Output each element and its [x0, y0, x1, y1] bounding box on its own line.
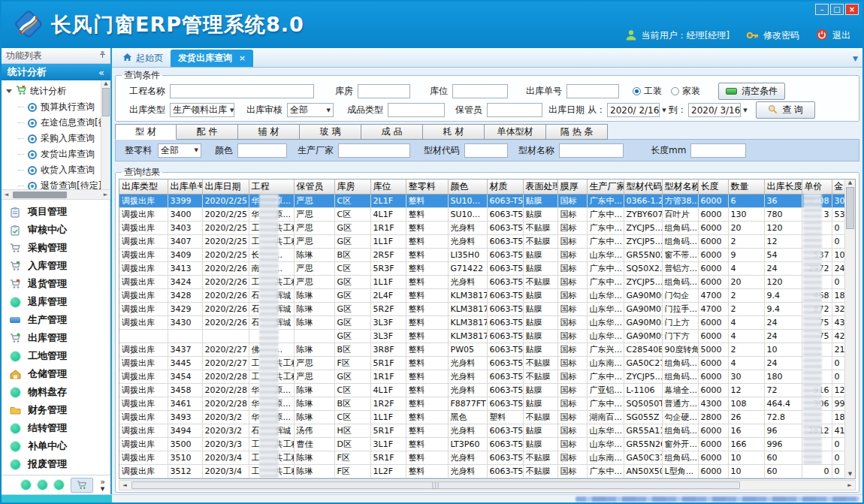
- material-tab[interactable]: 玻 璃: [300, 124, 361, 140]
- project-name-input[interactable]: [170, 84, 314, 98]
- table-row[interactable]: 调拨出库34582020/2/28华原...陈琳C区4L1F整料光身料6063-…: [119, 383, 844, 397]
- scroll-left-icon[interactable]: ◄: [2, 192, 11, 198]
- column-header[interactable]: 工程: [249, 180, 294, 194]
- sidebar-section-header[interactable]: 统计分析 «: [2, 64, 110, 80]
- tree-item[interactable]: 采购入库查询: [2, 131, 110, 146]
- vertical-scrollbar[interactable]: ▲▼: [844, 180, 855, 478]
- change-password-link[interactable]: 修改密码: [763, 29, 799, 42]
- tree-item[interactable]: 退货查询[待定]: [2, 178, 110, 190]
- column-header[interactable]: 出库类型: [119, 180, 168, 194]
- column-header[interactable]: 膜厚: [557, 180, 587, 194]
- sidebar-module[interactable]: 入库管理: [2, 257, 110, 275]
- document-tab[interactable]: 发货出库查询×: [171, 50, 253, 67]
- table-row[interactable]: 调拨出库33992020/2/25华原...严思C区2L1F整料SU10...6…: [119, 194, 844, 207]
- scroll-thumb[interactable]: |||: [131, 481, 740, 489]
- warehouse-input[interactable]: [358, 84, 410, 98]
- table-row[interactable]: 调拨出库34942020/3/2石辉城汤伟H区5R1F整料光身料6063-T5贴…: [119, 424, 844, 437]
- sidebar-module[interactable]: 生产管理: [2, 311, 110, 329]
- scroll-right-icon[interactable]: ►: [101, 192, 110, 198]
- column-header[interactable]: 颜色: [448, 180, 487, 194]
- chevron-down-icon[interactable]: ▼: [853, 55, 858, 62]
- column-header[interactable]: 库房: [334, 180, 370, 194]
- sidebar-module[interactable]: 项目管理: [2, 203, 110, 221]
- table-row[interactable]: 调拨出库34032020/2/25工共工程严思G区1R1F整料光身料6063-T…: [119, 221, 844, 234]
- column-header[interactable]: 数量: [728, 180, 764, 194]
- profile-code-input[interactable]: [464, 143, 508, 158]
- table-row[interactable]: 调拨出库35122020/3/4工共工程陈琳F区1L2F整料光身料6063-T5…: [119, 464, 844, 478]
- table-row[interactable]: 调拨出库35002020/3/3工共工程曹佳D区3L1F整料LT3P606063…: [119, 437, 844, 451]
- keeper-input[interactable]: [487, 103, 542, 117]
- logout-link[interactable]: 退出: [832, 29, 850, 42]
- length-input[interactable]: [690, 143, 746, 158]
- close-button[interactable]: ×: [845, 4, 859, 15]
- tab-close-icon[interactable]: ×: [239, 53, 246, 63]
- pin-icon[interactable]: [99, 50, 106, 61]
- sidebar-module[interactable]: 报废管理: [2, 455, 110, 473]
- table-row[interactable]: G区3L3F整料KLM38176063-T5贴膜国标山东华...GA90M09.…: [119, 329, 844, 343]
- material-tab[interactable]: 辅 材: [238, 124, 300, 140]
- tree-item[interactable]: 发货出库查询: [2, 146, 110, 162]
- column-header[interactable]: 金: [832, 180, 844, 194]
- column-header[interactable]: 材质: [487, 180, 523, 194]
- scroll-right-icon[interactable]: ►: [844, 482, 855, 488]
- sidebar-module[interactable]: 补单中心: [2, 437, 110, 455]
- date-to-picker[interactable]: 2020/ 3/16▼: [688, 103, 741, 117]
- column-header[interactable]: 表面处理: [523, 180, 557, 194]
- column-header[interactable]: 库位: [370, 180, 406, 194]
- sidebar-module[interactable]: 工地管理: [2, 347, 110, 365]
- table-row[interactable]: 调拨出库34072020/2/25工共工程严思G区1L1F整料光身料6063-T…: [119, 234, 844, 248]
- sidebar-module[interactable]: 审核中心: [2, 221, 110, 239]
- module-dot-icon[interactable]: [21, 480, 31, 490]
- sidebar-module[interactable]: 采购管理: [2, 239, 110, 257]
- module-dot-icon[interactable]: [54, 480, 64, 490]
- table-row[interactable]: 调拨出库35102020/3/4工共工程陈琳F区5R1F整料光身料6063-T5…: [119, 451, 844, 464]
- sidebar-module[interactable]: 仓储管理: [2, 365, 110, 383]
- date-from-picker[interactable]: 2020/ 2/16▼: [607, 103, 660, 117]
- product-type-input[interactable]: [388, 103, 445, 117]
- table-row[interactable]: 调拨出库34612020/2/28华原...陈琳B区1R2F整料F8877FT6…: [119, 397, 844, 410]
- table-row[interactable]: 调拨出库34302020/2/26石辉城陈琳G区3L3F整料KLM3817606…: [119, 315, 844, 329]
- location-input[interactable]: [452, 84, 508, 98]
- search-button[interactable]: 查 询: [756, 101, 815, 119]
- module-dot-icon[interactable]: [38, 480, 47, 490]
- table-row[interactable]: 调拨出库34292020/2/26石辉城陈琳G区5R2F整料KLM3817606…: [119, 302, 844, 315]
- sidebar-module[interactable]: 退货管理: [2, 275, 110, 293]
- table-row[interactable]: 调拨出库34242020/2/26工共工程严思G区1L1F整料光身料6063-T…: [119, 275, 844, 288]
- material-tab[interactable]: 配 件: [177, 124, 238, 140]
- table-row[interactable]: 调拨出库34932020/3/2华原...陈琳C区1L1F整料黑色塑料不贴膜国标…: [119, 410, 844, 424]
- sidebar-module[interactable]: 物料盘存: [2, 383, 110, 401]
- profile-name-input[interactable]: [559, 143, 624, 158]
- expander-icon[interactable]: [6, 89, 12, 93]
- column-header[interactable]: 整零料: [406, 180, 448, 194]
- column-header[interactable]: 型材名称: [662, 180, 698, 194]
- minimize-button[interactable]: –: [815, 4, 829, 15]
- table-row[interactable]: 调拨出库34282020/2/26石辉城陈琳G区2L4F整料KLM3817606…: [119, 288, 844, 302]
- sidebar-module[interactable]: 结转管理: [2, 419, 110, 437]
- maker-input[interactable]: [338, 143, 410, 158]
- module-cart-button[interactable]: [71, 478, 93, 493]
- column-header[interactable]: 出库长度: [764, 180, 802, 194]
- document-tab[interactable]: 起始页: [115, 50, 171, 67]
- column-header[interactable]: 保管员: [294, 180, 334, 194]
- material-tab[interactable]: 成 品: [361, 124, 423, 140]
- sidebar-module[interactable]: 退库管理: [2, 293, 110, 311]
- out-type-select[interactable]: 生产领料出库▼: [170, 103, 234, 117]
- material-tab[interactable]: 型 材: [115, 124, 177, 140]
- table-row[interactable]: 调拨出库34132020/2/26南...严思C区5R3F整料G71422606…: [119, 261, 844, 275]
- column-header[interactable]: 长度: [698, 180, 728, 194]
- more-modules-button[interactable]: »▾: [100, 478, 105, 492]
- radio-work[interactable]: 工装: [633, 85, 662, 98]
- column-header[interactable]: 出库日期: [202, 180, 249, 194]
- tree-horizontal-scrollbar[interactable]: ◄ ►: [2, 190, 110, 200]
- column-header[interactable]: 单价: [802, 180, 832, 194]
- column-header[interactable]: 出库单号: [168, 180, 202, 194]
- sidebar-module[interactable]: 财务管理: [2, 401, 110, 419]
- table-row[interactable]: 调拨出库34002020/2/25华原...严思C区4L1F整料SU10...6…: [119, 207, 844, 221]
- color-input[interactable]: [237, 143, 287, 158]
- table-row[interactable]: 调拨出库34372020/2/27佛...陈琳B区3R8F整料PW056063-…: [119, 343, 844, 356]
- tree-root-node[interactable]: 统计分析: [2, 83, 110, 99]
- table-row[interactable]: 调拨出库34092020/2/25长...陈琳B区2R5F整料LI35H0606…: [119, 248, 844, 261]
- tree-item[interactable]: 收货入库查询: [2, 162, 110, 178]
- scroll-left-icon[interactable]: ◄: [119, 482, 130, 488]
- tree-item[interactable]: 预算执行查询: [2, 99, 110, 115]
